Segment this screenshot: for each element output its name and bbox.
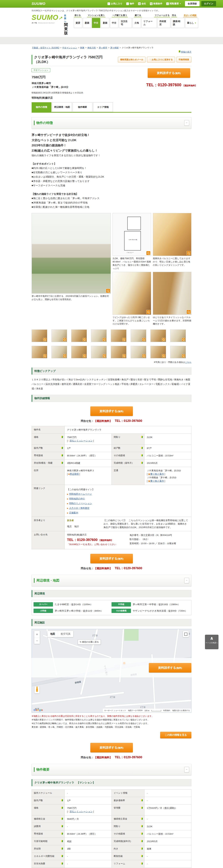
tab-features[interactable]: 物件の特徴 xyxy=(32,102,52,112)
photo-thumbnail[interactable] xyxy=(71,346,87,358)
payment-simulation-link[interactable]: 支払シミュレーション xyxy=(70,439,93,442)
nav-tab-baikyaku[interactable]: 売却査定 xyxy=(158,18,170,28)
access: ＪＲ東海道本線「茅ケ崎」歩15分 xyxy=(32,85,146,89)
magnifier-icon xyxy=(187,310,191,314)
nav-tab-chuko-mansion[interactable]: 中古 xyxy=(92,18,100,28)
photo-thumbnail[interactable] xyxy=(131,330,146,342)
nav-tab-shinchiku-kodate[interactable]: 新築 xyxy=(101,18,109,28)
map-report-link[interactable]: 地図の誤りを報告する xyxy=(172,709,190,712)
town-info-button[interactable]: この街の情報を見る xyxy=(160,732,191,738)
photo-error-link[interactable]: こちら xyxy=(185,361,191,363)
transfer-guide-link[interactable]: 乗り換え案内 xyxy=(150,473,164,475)
nav-tab-kouza[interactable]: 講座/相談 xyxy=(171,18,185,28)
top-service-bar: SUUMO ✓お気に入り ⌂物件 ▤会社 Q検索条件 ◷閲覧履歴▼ 会員登録 ロ… xyxy=(0,0,223,8)
tab-outline[interactable]: 物件概要 xyxy=(73,102,92,112)
topbar-search-conditions[interactable]: Q検索条件 xyxy=(150,2,162,5)
map-shortcuts[interactable]: キーボード ショートカット xyxy=(104,709,126,712)
lead-copy: 憧れの湘南ライフを実現できる日当たり良好な築浅物件です！ xyxy=(32,153,191,157)
photo-thumbnail[interactable] xyxy=(170,346,186,358)
register-button[interactable]: 会員登録 xyxy=(185,1,199,6)
google-logo: Google xyxy=(34,709,43,711)
nav-tab-tochi[interactable]: 土地 xyxy=(132,18,141,28)
breadcrumb-kanagawa[interactable]: 神奈川県 xyxy=(87,46,96,49)
photo-living2[interactable] xyxy=(113,272,151,315)
breadcrumb-chuko[interactable]: 中古マンション xyxy=(62,46,77,49)
photo-thumbnail[interactable] xyxy=(52,346,67,358)
photo-thumbnail[interactable] xyxy=(32,330,47,342)
photo-thumbnail[interactable] xyxy=(170,330,186,342)
photo-living[interactable] xyxy=(153,213,191,256)
feature-tags: ＬＤＫ２０畳以上 / 市街地が近い / 海まで2km以内 / システムキッチン … xyxy=(32,377,191,391)
topbar-history[interactable]: ◷閲覧履歴▼ xyxy=(166,2,181,5)
nav-tab-kurashi[interactable]: 暮らし ▼ xyxy=(185,18,198,28)
request-material-button[interactable]: 資料請求する(無料) xyxy=(90,554,133,563)
map-reset-button[interactable]: ↻ 最初の位置に戻る xyxy=(78,640,101,645)
photo-exterior[interactable] xyxy=(32,213,111,293)
login-button[interactable]: ログイン xyxy=(201,1,216,6)
tab-surroundings[interactable]: 周辺環境・地図 xyxy=(52,102,72,112)
nav-tab-chintai[interactable]: 賃貸 xyxy=(74,18,82,28)
related-link-chukai[interactable]: 明和地所の仲介 xyxy=(69,497,85,500)
business-hours: 営業時間：10:00～18:00 ／ 定休日：火曜水曜 xyxy=(130,541,189,546)
collapse-button[interactable]: − xyxy=(184,120,189,126)
photo-thumbnail[interactable] xyxy=(91,330,107,342)
related-link-renovation[interactable]: 明和のリノベーション xyxy=(69,502,92,505)
phone-number: TEL：0120-397600 【通話料無料】 xyxy=(146,82,191,88)
photo-thumbnail[interactable] xyxy=(111,346,126,358)
photo-thumbnail[interactable] xyxy=(150,330,166,342)
info-guide-link[interactable]: 情報の見方 xyxy=(181,51,191,53)
nav-tab-shinchiku-mansion[interactable]: 新築 xyxy=(83,18,91,28)
topbar-favorites[interactable]: ✓お気に入り xyxy=(107,2,122,5)
nav-tab-chumon[interactable]: 注文住宅 xyxy=(119,18,132,28)
payment-simulation-link[interactable]: 支払シミュレーション xyxy=(70,810,93,813)
pegman-streetview[interactable] xyxy=(35,686,39,693)
topbar-companies[interactable]: ▤会社 xyxy=(138,2,146,5)
related-link-shop[interactable]: 店舗案内 xyxy=(69,512,78,514)
page-top-button[interactable]: ∧ ページの先頭へ xyxy=(205,635,219,649)
breadcrumb-kanto[interactable]: 関東 xyxy=(80,46,85,49)
request-material-button[interactable]: 資料請求する(無料) xyxy=(148,68,190,78)
request-material-button[interactable]: 資料請求する(無料) xyxy=(149,663,191,673)
topbar-properties[interactable]: ⌂物件 xyxy=(126,2,134,5)
collapse-button[interactable]: − xyxy=(184,767,189,772)
related-link-satei[interactable]: 入力３分！無料査定 xyxy=(69,507,90,509)
photo-bathroom[interactable] xyxy=(153,272,191,315)
breadcrumb-chigasaki-city[interactable]: 茅ヶ崎市 xyxy=(99,46,107,49)
map-terms-link[interactable]: 利用規約 xyxy=(163,709,170,712)
photo-thumbnail[interactable] xyxy=(131,346,146,358)
staff-tag: 担当者 xyxy=(67,519,98,522)
favorite-add-button[interactable]: ♡ お気に入りに追加する xyxy=(147,57,175,62)
surrounding-env-link[interactable]: 周辺環境 xyxy=(70,473,79,475)
surrounding-facilities: スーパーたまや幸町店：徒歩14分（1100m） 中学校茅ヶ崎市立第一中学校：徒歩… xyxy=(32,600,191,615)
tab-area-info[interactable]: エリア情報 xyxy=(93,102,113,112)
nationwide-link[interactable]: 全国へ xyxy=(64,14,66,22)
suumo-topbar-logo[interactable]: SUUMO xyxy=(32,2,45,6)
print-view-button[interactable]: 印刷用画面 xyxy=(177,57,191,62)
map-type-satellite-button[interactable]: 航空写真 xyxy=(58,631,73,637)
request-material-button[interactable]: 資料請求する(無料) xyxy=(90,743,133,752)
collapse-button[interactable]: − xyxy=(184,578,189,583)
photo-thumbnail[interactable] xyxy=(111,330,126,342)
photo-thumbnail[interactable] xyxy=(71,330,87,342)
photo-thumbnail[interactable] xyxy=(32,346,47,358)
transfer-guide-link[interactable]: 乗り換え案内 xyxy=(150,479,164,482)
breadcrumb-home[interactable]: 不動産・住宅サイト SUUMO xyxy=(32,46,59,49)
related-link-homepage[interactable]: 明和地所ホームページ xyxy=(69,493,92,495)
suumo-logo-block[interactable]: SUUMO↗ スーモPRODUCED BY RECRUIT xyxy=(32,14,62,24)
photo-error-note: ※写真に誤り・問題がある場合は xyxy=(154,361,185,363)
photo-thumbnail[interactable] xyxy=(52,330,67,342)
breadcrumb-chigasaki-station[interactable]: 茅ケ崎駅 xyxy=(110,46,119,49)
map-type-map-button[interactable]: 地図 xyxy=(47,631,58,637)
photo-thumbnail[interactable] xyxy=(91,346,107,358)
fullscreen-icon[interactable] xyxy=(183,631,189,637)
magnifier-icon xyxy=(43,338,46,341)
nav-tab-chuko-kodate[interactable]: 中古 xyxy=(110,18,118,28)
price-update-mail-button[interactable]: 価格更新お知らせメール xyxy=(118,57,146,62)
map-zoom-out-button[interactable]: − xyxy=(34,638,40,644)
photo-thumbnail[interactable] xyxy=(150,346,166,358)
nav-tab-reform[interactable]: リフォーム xyxy=(141,18,157,28)
photo-floorplan[interactable]: LDK 約23.1帖 バルコニー xyxy=(113,213,151,256)
map-park xyxy=(124,629,138,641)
request-material-button[interactable]: 資料請求する(無料) xyxy=(90,406,133,416)
map-zoom-in-button[interactable]: ＋ xyxy=(34,631,40,638)
